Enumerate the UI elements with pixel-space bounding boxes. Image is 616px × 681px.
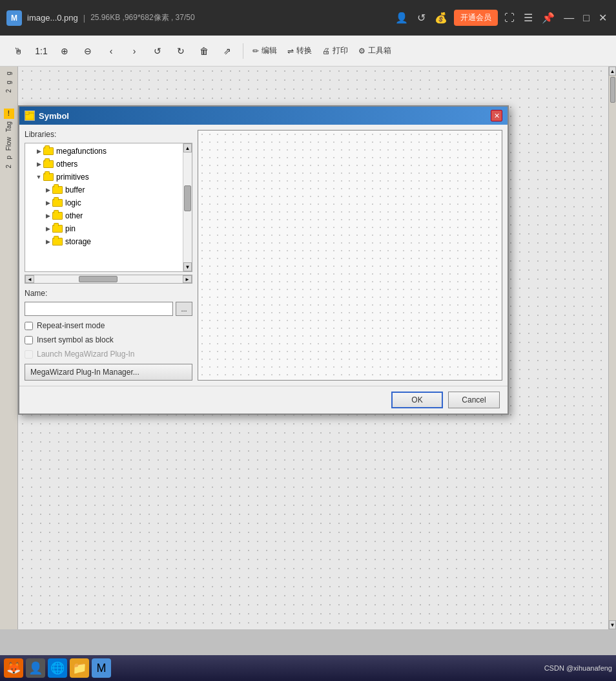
print-label: 打印 [333, 45, 348, 56]
tree-arrow-buffer[interactable] [43, 185, 52, 194]
tree-arrow-logic[interactable] [43, 198, 52, 207]
profile-icon[interactable]: 👤 [393, 10, 411, 25]
tree-item-buffer[interactable]: buffer [25, 183, 192, 196]
tree-label-logic: logic [65, 198, 81, 207]
tools-btn[interactable]: ⚙ 工具箱 [354, 41, 395, 61]
next-btn[interactable]: › [124, 41, 145, 61]
fullscreen-icon[interactable]: ⛶ [502, 11, 517, 25]
svg-rect-1 [25, 112, 29, 114]
share-btn[interactable]: ⇗ [217, 41, 238, 61]
minimize-icon[interactable]: — [561, 11, 577, 25]
tree-label-megafunctions: megafunctions [56, 147, 107, 156]
tree-arrow-pin[interactable] [43, 224, 52, 233]
symbol-preview [198, 130, 502, 381]
repeat-insert-label: Repeat-insert mode [37, 321, 105, 330]
print-btn[interactable]: 🖨 打印 [318, 41, 352, 61]
prev-btn[interactable]: ‹ [101, 41, 121, 61]
insert-as-block-checkbox[interactable] [25, 336, 33, 344]
taskbar-firefox[interactable]: 🦊 [4, 658, 23, 678]
upgrade-button[interactable]: 开通会员 [454, 10, 498, 26]
dialog-title-left: Symbol [25, 110, 69, 121]
taskbar-folder[interactable]: 📁 [70, 658, 89, 678]
cancel-button[interactable]: Cancel [448, 392, 500, 408]
name-section: Name: ... [25, 289, 192, 316]
dialog-title: Symbol [39, 111, 69, 121]
tree-item-other[interactable]: other [25, 209, 192, 222]
file-info: 25.96KB ,969*682像素 , 37/50 [90, 12, 194, 23]
tree-label-buffer: buffer [65, 185, 85, 194]
refresh-icon[interactable]: ↺ [415, 10, 428, 25]
insert-as-block-row: Insert symbol as block [25, 335, 192, 344]
libraries-section: Libraries: megafunctions [25, 130, 192, 284]
cursor-tool[interactable]: 🖱 [8, 41, 28, 61]
zoom-fit-btn[interactable]: 1:1 [31, 41, 52, 61]
top-bar-actions: 👤 ↺ 💰 开通会员 ⛶ ☰ 📌 — □ ✕ [393, 10, 610, 26]
scroll-thumb[interactable] [184, 185, 191, 211]
tree-item-storage[interactable]: storage [25, 235, 192, 248]
repeat-insert-row: Repeat-insert mode [25, 321, 192, 330]
tree-arrow-other[interactable] [43, 211, 52, 220]
restore-icon[interactable]: □ [580, 11, 592, 25]
tree-item-logic[interactable]: logic [25, 196, 192, 209]
megawizard-manager-button[interactable]: MegaWizard Plug-In Manager... [25, 364, 192, 381]
tree-arrow-primitives[interactable] [34, 173, 43, 182]
taskbar-app[interactable]: M [92, 658, 111, 678]
pin-icon[interactable]: 📌 [539, 10, 557, 25]
h-scroll-thumb[interactable] [79, 276, 118, 282]
taskbar-person[interactable]: 👤 [26, 658, 45, 678]
tree-scrollbar: ▲ ▼ [183, 143, 192, 271]
ok-button[interactable]: OK [391, 392, 443, 408]
toolbar-separator [243, 43, 243, 59]
folder-icon-storage [52, 238, 63, 246]
name-label: Name: [25, 289, 192, 298]
zoom-out-btn[interactable]: ⊖ [77, 41, 98, 61]
edit-btn[interactable]: ✏ 编辑 [249, 41, 281, 61]
delete-btn[interactable]: 🗑 [194, 41, 214, 61]
repeat-insert-checkbox[interactable] [25, 322, 33, 330]
dialog-titlebar: Symbol ✕ [19, 107, 508, 125]
tools-icon: ⚙ [358, 47, 365, 56]
filename: image...0.png [27, 13, 78, 23]
tree-arrow-storage[interactable] [43, 237, 52, 246]
name-input-row: ... [25, 302, 192, 316]
tree-item-others[interactable]: others [25, 158, 192, 171]
convert-btn[interactable]: ⇌ 转换 [283, 41, 316, 61]
close-icon[interactable]: ✕ [596, 10, 610, 25]
browse-button[interactable]: ... [176, 302, 192, 316]
scroll-track [183, 152, 192, 262]
dialog-close-button[interactable]: ✕ [491, 110, 502, 121]
h-scroll-track [34, 275, 183, 283]
launch-megawizard-checkbox [25, 350, 33, 359]
rotate-right-btn[interactable]: ↻ [170, 41, 191, 61]
taskbar-browser[interactable]: 🌐 [48, 658, 67, 678]
menu-icon[interactable]: ☰ [521, 10, 535, 25]
main-toolbar: 🖱 1:1 ⊕ ⊖ ‹ › ↺ ↻ 🗑 ⇗ ✏ 编辑 ⇌ 转换 🖨 打印 ⚙ 工… [0, 36, 616, 67]
dialog-body: Libraries: megafunctions [19, 125, 508, 386]
h-scroll-right-arrow[interactable]: ► [183, 275, 192, 283]
folder-icon-megafunctions [43, 147, 54, 155]
tree-item-megafunctions[interactable]: megafunctions [25, 145, 192, 158]
coin-icon[interactable]: 💰 [432, 10, 450, 25]
dialog-footer: OK Cancel [19, 386, 508, 414]
tree-label-others: others [56, 160, 77, 169]
tree-item-primitives[interactable]: primitives [25, 171, 192, 183]
edit-label: 编辑 [262, 45, 277, 56]
zoom-in-btn[interactable]: ⊕ [54, 41, 75, 61]
tree-arrow-megafunctions[interactable] [34, 147, 43, 156]
tree-label-other: other [65, 211, 83, 220]
tree-arrow-others[interactable] [34, 160, 43, 169]
folder-icon-logic [52, 199, 63, 207]
folder-icon-buffer [52, 186, 63, 194]
dialog-left-panel: Libraries: megafunctions [25, 130, 192, 381]
rotate-left-btn[interactable]: ↺ [147, 41, 168, 61]
tree-label-pin: pin [65, 224, 76, 233]
scroll-up-arrow[interactable]: ▲ [183, 143, 192, 152]
name-input[interactable] [25, 302, 173, 316]
tree-item-pin[interactable]: pin [25, 222, 192, 235]
tree-label-primitives: primitives [56, 173, 89, 182]
tree-scroll-area[interactable]: megafunctions others [25, 143, 192, 271]
h-scroll-left-arrow[interactable]: ◄ [25, 275, 34, 283]
scroll-down-arrow[interactable]: ▼ [183, 262, 192, 271]
convert-label: 转换 [296, 45, 312, 56]
folder-icon-pin [52, 225, 63, 233]
